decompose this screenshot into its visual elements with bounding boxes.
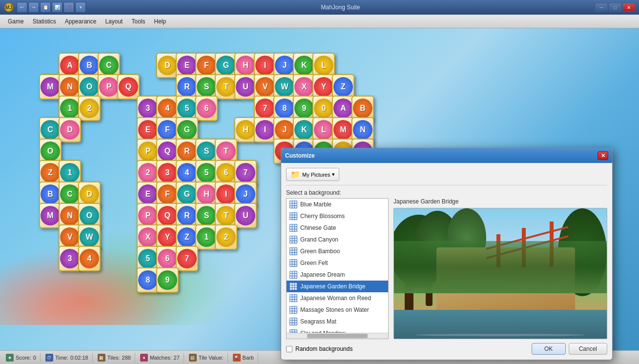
- select-bg-label: Select a background:: [286, 189, 607, 196]
- background-list-item[interactable]: Green Bamboo: [287, 245, 388, 257]
- preview-image: [393, 208, 607, 339]
- close-button[interactable]: ✕: [622, 3, 635, 12]
- background-list-item[interactable]: Massage Stones on Water: [287, 304, 388, 316]
- background-list-item[interactable]: Grand Canyon: [287, 234, 388, 245]
- bg-item-icon: [289, 259, 297, 267]
- bg-item-icon: [289, 294, 297, 302]
- game-area: ABCDEFGHIJKLMNOPQRSTUVWXYZ1234567890ABCD…: [0, 28, 639, 364]
- menu-layout[interactable]: Layout: [101, 17, 126, 26]
- dialog-buttons: OK Cancel: [532, 343, 607, 355]
- dialog-close-button[interactable]: ✕: [598, 151, 608, 160]
- folder-label: My Pictures: [302, 172, 330, 178]
- random-bg-row: Random backgrounds: [286, 345, 352, 352]
- random-bg-label: Random backgrounds: [295, 345, 352, 352]
- bg-item-label: Chinese Gate: [300, 224, 336, 231]
- menu-appearance[interactable]: Appearance: [61, 17, 101, 26]
- water-reflection: [415, 334, 586, 336]
- menu-statistics[interactable]: Statistics: [29, 17, 60, 26]
- window-title: MahJong Suite: [321, 4, 360, 11]
- dialog-content: Blue MarbleCherry BlossomsChinese GateGr…: [286, 198, 607, 339]
- app-icon: MJ: [4, 2, 14, 12]
- toolbar-btn-1[interactable]: ↩: [17, 2, 27, 13]
- bg-item-icon: [289, 306, 297, 314]
- folder-icon: 📁: [290, 170, 300, 179]
- background-list-item[interactable]: Japanese Dream: [287, 269, 388, 281]
- bg-item-icon: [289, 283, 297, 290]
- bg-item-label: Grand Canyon: [300, 236, 338, 243]
- background-list-item[interactable]: Green Felt: [287, 257, 388, 269]
- menu-tools[interactable]: Tools: [127, 17, 149, 26]
- dialog-footer: Random backgrounds OK Cancel: [286, 339, 607, 355]
- background-list-item[interactable]: Sky and Meadow: [287, 327, 388, 333]
- toolbar-btn-4[interactable]: 📊: [52, 2, 62, 13]
- background-list-item[interactable]: Blue Marble: [287, 199, 388, 210]
- title-bar: MJ ↩ ↪ 📋 📊 ❓ ▾ MahJong Suite ─ □ ✕: [0, 0, 639, 15]
- menu-help[interactable]: Help: [150, 17, 170, 26]
- toolbar-btn-6[interactable]: ▾: [75, 2, 86, 13]
- bg-item-icon: [289, 318, 297, 325]
- bg-item-label: Seagrass Mat: [300, 318, 336, 325]
- dialog-title: Customize: [285, 152, 315, 159]
- background-list[interactable]: Blue MarbleCherry BlossomsChinese GateGr…: [287, 199, 388, 333]
- bg-item-icon: [289, 224, 297, 232]
- preview-title: Japanese Garden Bridge: [393, 198, 607, 205]
- bg-item-label: Blue Marble: [300, 201, 331, 208]
- background-list-item[interactable]: Cherry Blossoms: [287, 210, 388, 222]
- maximize-button[interactable]: □: [609, 3, 621, 12]
- dialog-title-bar: Customize ✕: [281, 148, 612, 163]
- bg-item-icon: [289, 212, 297, 220]
- background-list-item[interactable]: Chinese Gate: [287, 222, 388, 234]
- minimize-button[interactable]: ─: [595, 3, 608, 12]
- dialog-overlay: Customize ✕ 📁 My Pictures ▾ Select a bac…: [0, 28, 639, 364]
- h-scrollbar-thumb: [307, 334, 368, 338]
- background-list-item[interactable]: Japanese Woman on Reed: [287, 292, 388, 304]
- menu-bar: Game Statistics Appearance Layout Tools …: [0, 15, 639, 28]
- bg-item-label: Green Bamboo: [300, 248, 340, 255]
- bg-item-label: Cherry Blossoms: [300, 213, 345, 220]
- folder-button[interactable]: 📁 My Pictures ▾: [286, 168, 339, 181]
- random-bg-checkbox[interactable]: [286, 346, 292, 352]
- bg-item-label: Japanese Garden Bridge: [300, 283, 365, 290]
- preview-panel: Japanese Garden Bridge: [393, 198, 607, 339]
- bg-item-label: Green Felt: [300, 260, 328, 266]
- title-bar-left: MJ ↩ ↪ 📋 📊 ❓ ▾: [4, 2, 86, 13]
- toolbar-icons: ↩ ↪ 📋 📊 ❓ ▾: [17, 2, 86, 13]
- bg-item-icon: [289, 247, 297, 255]
- bg-item-label: Japanese Dream: [300, 271, 345, 278]
- dialog-body: 📁 My Pictures ▾ Select a background: Blu…: [281, 163, 612, 360]
- customize-dialog: Customize ✕ 📁 My Pictures ▾ Select a bac…: [281, 148, 613, 360]
- ok-button[interactable]: OK: [532, 343, 566, 355]
- window-controls: ─ □ ✕: [595, 3, 635, 12]
- cancel-button[interactable]: Cancel: [569, 343, 607, 355]
- bg-item-label: Massage Stones on Water: [300, 306, 369, 313]
- background-list-panel: Blue MarbleCherry BlossomsChinese GateGr…: [286, 198, 389, 339]
- menu-game[interactable]: Game: [4, 17, 28, 26]
- toolbar-btn-2[interactable]: ↪: [28, 2, 39, 13]
- bg-item-icon: [289, 236, 297, 243]
- bg-item-icon: [289, 201, 297, 208]
- bg-item-icon: [289, 329, 297, 333]
- horizontal-scrollbar[interactable]: [287, 333, 388, 339]
- background-list-item[interactable]: Seagrass Mat: [287, 316, 388, 327]
- background-list-item[interactable]: Japanese Garden Bridge: [287, 281, 388, 292]
- toolbar-btn-3[interactable]: 📋: [40, 2, 51, 13]
- bg-hills: [394, 241, 607, 293]
- bg-item-label: Japanese Woman on Reed: [300, 295, 371, 302]
- dropdown-arrow: ▾: [332, 171, 335, 178]
- toolbar-btn-5[interactable]: ❓: [63, 2, 74, 13]
- dialog-toolbar: 📁 My Pictures ▾: [286, 168, 607, 185]
- bg-item-icon: [289, 271, 297, 279]
